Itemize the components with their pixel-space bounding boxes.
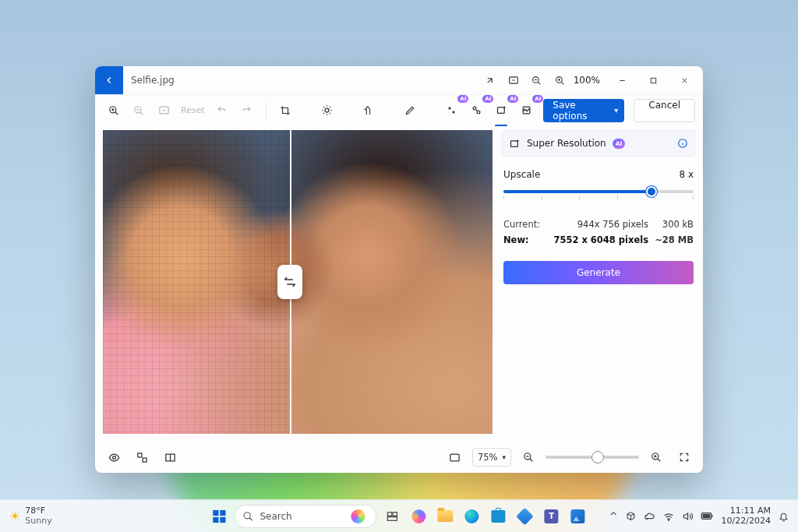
current-label: Current:: [503, 219, 547, 230]
split-view-button[interactable]: [159, 446, 181, 468]
cancel-button[interactable]: Cancel: [634, 99, 695, 122]
current-size: 300 kB: [648, 219, 694, 230]
battery-icon[interactable]: [701, 512, 714, 520]
back-button[interactable]: [95, 66, 123, 94]
ai-badge: AI: [613, 139, 626, 149]
task-view-button[interactable]: [382, 506, 404, 527]
save-options-label: Save options: [553, 100, 603, 122]
edge-button[interactable]: [461, 506, 483, 527]
svg-rect-22: [220, 509, 225, 515]
save-options-button[interactable]: Save options ▾: [543, 99, 624, 122]
svg-rect-16: [143, 458, 147, 462]
tray-chevron-icon[interactable]: ^: [609, 510, 618, 522]
info-button[interactable]: [677, 138, 688, 149]
undo-button[interactable]: [211, 100, 233, 122]
redo-icon: [242, 105, 252, 115]
split-icon: [164, 453, 176, 463]
fit-window-button[interactable]: [502, 69, 525, 92]
filter-icon: [363, 105, 373, 116]
background-remove-tool[interactable]: AI: [465, 100, 487, 122]
filter-tool[interactable]: [357, 100, 379, 122]
panel-title: Super Resolution: [527, 138, 606, 149]
taskbar-search[interactable]: Search: [234, 505, 376, 528]
photos-app-window: Selfie.jpg 100%: [95, 66, 703, 473]
markup-tool[interactable]: [399, 100, 421, 122]
file-name: Selfie.jpg: [131, 75, 175, 86]
layers-button[interactable]: [131, 446, 153, 468]
upscale-slider[interactable]: [503, 183, 694, 202]
crop-tool[interactable]: [274, 100, 296, 122]
zoom-in-icon: [555, 76, 565, 86]
taskbar-clock[interactable]: 11:11 AM 10/22/2024: [722, 506, 771, 525]
super-resolution-tool[interactable]: AI: [490, 100, 512, 122]
fit-canvas-button[interactable]: [444, 446, 466, 468]
tray-box-icon[interactable]: [626, 511, 636, 521]
explorer-button[interactable]: [435, 506, 457, 527]
teams-icon: T: [545, 509, 559, 523]
svg-rect-28: [388, 516, 397, 520]
restyle-tool[interactable]: AI: [515, 100, 537, 122]
start-button[interactable]: [209, 506, 229, 527]
reset-button[interactable]: Reset: [178, 105, 208, 115]
weather-widget[interactable]: ☀ 78°F Sunny: [9, 506, 52, 525]
notifications-button[interactable]: [779, 511, 789, 522]
low-res-overlay: [103, 130, 290, 434]
zoom-slider-thumb[interactable]: [591, 451, 604, 463]
folder-icon: [438, 510, 454, 522]
footer-zoom-in[interactable]: [645, 446, 667, 468]
zoom-out-title-button[interactable]: [525, 69, 549, 92]
arrow-left-icon: [104, 75, 115, 86]
photos-app-button[interactable]: [567, 506, 589, 527]
chevron-down-icon: ▾: [614, 106, 618, 115]
aspect-tool[interactable]: [153, 100, 175, 122]
zoom-select[interactable]: 75% ▾: [472, 448, 511, 467]
undo-icon: [217, 105, 227, 115]
fullscreen-button[interactable]: [673, 446, 695, 468]
zoom-slider[interactable]: [546, 449, 639, 465]
store-button[interactable]: [488, 506, 510, 527]
wifi-icon[interactable]: [663, 512, 674, 521]
upscale-value: 8 x: [679, 169, 694, 180]
svg-point-25: [244, 512, 250, 518]
generate-button[interactable]: Generate: [503, 261, 694, 284]
footer-zoom-out[interactable]: [517, 446, 539, 468]
zoom-out-icon: [133, 105, 144, 116]
aspect-icon: [158, 105, 170, 115]
onedrive-icon[interactable]: [644, 512, 655, 520]
teams-button[interactable]: T: [541, 506, 563, 527]
restyle-icon: [521, 104, 532, 116]
window-minimize-button[interactable]: [606, 69, 637, 92]
zoom-in-icon: [108, 105, 119, 116]
window-maximize-button[interactable]: [637, 69, 669, 92]
search-icon: [242, 511, 253, 522]
adjust-tool[interactable]: [316, 100, 337, 122]
svg-rect-26: [388, 512, 392, 516]
image-canvas[interactable]: [103, 130, 493, 434]
window-close-button[interactable]: [669, 69, 700, 92]
minimize-icon: [618, 76, 627, 85]
pinned-app-button[interactable]: [514, 506, 536, 527]
zoom-in-title-button[interactable]: [549, 69, 572, 92]
visibility-button[interactable]: [103, 446, 125, 468]
redo-button[interactable]: [236, 100, 258, 122]
open-external-button[interactable]: [478, 69, 502, 92]
copilot-button[interactable]: [408, 506, 430, 527]
comparison-handle[interactable]: [277, 265, 302, 299]
sun-icon: ☀: [9, 509, 20, 523]
svg-rect-18: [450, 454, 459, 461]
svg-point-7: [325, 108, 329, 112]
bg-remove-icon: [471, 104, 482, 116]
erase-tool[interactable]: AI: [440, 100, 462, 122]
search-placeholder: Search: [260, 511, 291, 522]
panel-header: Super Resolution AI: [502, 130, 695, 157]
content-area: Super Resolution AI Upscale 8 x Current:: [95, 125, 703, 442]
volume-icon[interactable]: [682, 511, 693, 522]
eye-icon: [108, 452, 120, 463]
expand-icon: [679, 452, 690, 463]
svg-rect-3: [651, 78, 655, 83]
dimension-info: Current: 944x 756 pixels 300 kB New: 755…: [503, 219, 694, 250]
zoom-out-tool[interactable]: [128, 100, 150, 122]
zoom-in-tool[interactable]: [103, 100, 125, 122]
svg-rect-24: [220, 516, 225, 522]
svg-point-14: [112, 456, 115, 459]
